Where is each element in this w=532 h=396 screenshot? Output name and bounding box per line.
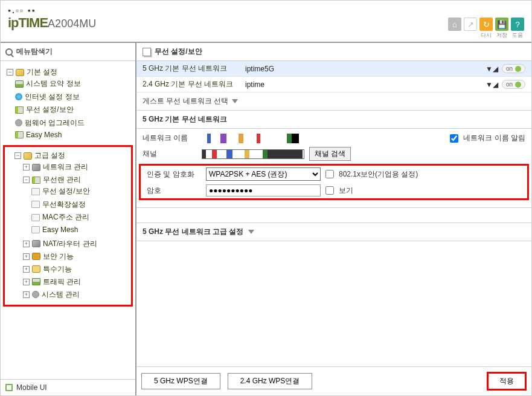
- tree-item-security[interactable]: +보안 기능: [23, 252, 74, 262]
- collapse-icon[interactable]: −: [14, 152, 21, 159]
- network-24g-label: 2.4 GHz 기본 무선 네트워크: [143, 79, 245, 89]
- tree-advanced-settings[interactable]: − 고급 설정: [14, 151, 65, 161]
- broadcast-checkbox[interactable]: [450, 134, 458, 143]
- highlight-box-auth: 인증 및 암호화 WPA2PSK + AES (권장) 802.1x보안(기업용…: [139, 164, 529, 200]
- sidebar-title-text: 메뉴탐색기: [16, 47, 53, 57]
- network-5g-ssid: iptime5G: [245, 65, 486, 73]
- wps-5g-button[interactable]: 5 GHz WPS연결: [141, 373, 220, 389]
- tree-item-label: 무선확장설정: [42, 200, 86, 210]
- tree-item-special[interactable]: +특수기능: [23, 264, 72, 274]
- star-icon: [32, 265, 40, 273]
- dot1x-checkbox[interactable]: [325, 170, 334, 178]
- channel-select[interactable]: [202, 149, 304, 159]
- mobile-icon: [5, 384, 13, 391]
- show-password-checkbox[interactable]: [325, 186, 334, 195]
- tree-item-wlan-security[interactable]: 무선 설정/보안: [31, 186, 90, 196]
- ssid-input[interactable]: [202, 134, 304, 143]
- tree-item-easymesh[interactable]: Easy Mesh: [15, 131, 62, 139]
- highlight-box-sidebar: − 고급 설정 +네트워크 관리 −무선랜 관리 무선 설정/보안 무선확장설정: [3, 145, 133, 307]
- advanced-section-toggle[interactable]: 5 GHz 무선 네트워크 고급 설정: [136, 222, 531, 241]
- gear-icon: [32, 291, 39, 298]
- brand-text: ipTIME: [8, 15, 48, 30]
- page-icon: [31, 226, 40, 233]
- tree-item-summary[interactable]: 시스템 요약 정보: [15, 79, 81, 89]
- home-icon[interactable]: ⌂: [448, 18, 461, 31]
- expand-icon[interactable]: +: [23, 253, 30, 260]
- expand-icon[interactable]: +: [23, 266, 30, 273]
- chevron-down-icon: [248, 230, 254, 234]
- channel-search-button[interactable]: 채널 검색: [309, 147, 351, 161]
- tree-item-nat[interactable]: +NAT/라우터 관리: [23, 239, 97, 249]
- help-icon[interactable]: ?: [511, 18, 524, 31]
- model-text: A2004MU: [48, 18, 96, 30]
- mobile-ui-link[interactable]: Mobile UI: [1, 379, 135, 395]
- sidebar-title: 메뉴탐색기: [1, 43, 135, 61]
- page-icon: [31, 214, 40, 221]
- footer-bar: 5 GHz WPS연결 2.4 GHz WPS연결 적용: [136, 366, 531, 395]
- header-toolbar: ⌂ ↗ ↻다시 💾저장 ?도움: [448, 18, 524, 39]
- tree-basic-settings[interactable]: − 기본 설정: [7, 67, 57, 77]
- guest-network-selector[interactable]: 게스트 무선 네트워크 선택: [136, 93, 531, 111]
- guest-label: 게스트 무선 네트워크 선택: [143, 96, 228, 106]
- mobile-ui-label: Mobile UI: [16, 383, 47, 392]
- tree-item-mac-mgmt[interactable]: MAC주소 관리: [31, 212, 89, 222]
- password-input[interactable]: [206, 184, 321, 196]
- tree-item-firmware[interactable]: 펌웨어 업그레이드: [15, 118, 85, 128]
- filter-icon[interactable]: ▼◢: [486, 80, 498, 89]
- wps-24g-button[interactable]: 2.4 GHz WPS연결: [228, 373, 313, 389]
- tree-item-network-mgmt[interactable]: +네트워크 관리: [23, 162, 88, 172]
- toggle-24g[interactable]: on: [502, 80, 525, 89]
- tree-item-label: 인터넷 설정 정보: [25, 92, 80, 102]
- wifi-icon: [15, 106, 24, 114]
- expand-icon[interactable]: +: [23, 164, 30, 170]
- network-row-5g[interactable]: 5 GHz 기본 무선 네트워크 iptime5G ▼◢ on: [136, 61, 531, 77]
- tree-item-label: 무선 설정/보안: [26, 105, 74, 115]
- toggle-5g[interactable]: on: [502, 64, 525, 73]
- expand-icon[interactable]: +: [23, 241, 30, 247]
- collapse-icon[interactable]: −: [23, 177, 30, 183]
- dot1x-label: 802.1x보안(기업용 설정): [339, 169, 418, 180]
- main-spacer: [136, 241, 531, 366]
- gear-icon: [15, 119, 22, 126]
- tree-item-easymesh-adv[interactable]: Easy Mesh: [31, 226, 78, 234]
- save-label: 저장: [496, 31, 507, 39]
- tree-item-label: MAC주소 관리: [42, 212, 89, 222]
- reload-icon[interactable]: ↻: [479, 18, 493, 31]
- header: ▪.▫▫ ▪▪ ipTIMEA2004MU ⌂ ↗ ↻다시 💾저장 ?도움: [1, 1, 531, 43]
- save-icon[interactable]: 💾: [495, 18, 508, 31]
- tree-item-wireless[interactable]: 무선 설정/보안: [15, 105, 74, 115]
- brand-logo: ipTIMEA2004MU: [8, 15, 524, 31]
- tree-item-label: 트래픽 관리: [43, 277, 81, 287]
- tree-item-traffic[interactable]: +트래픽 관리: [23, 277, 81, 287]
- page-title: 무선 설정/보안: [136, 43, 531, 61]
- network-5g-label: 5 GHz 기본 무선 네트워크: [143, 63, 245, 74]
- network-list: 5 GHz 기본 무선 네트워크 iptime5G ▼◢ on 2.4 GHz …: [136, 61, 531, 93]
- tree-item-internet[interactable]: 인터넷 설정 정보: [15, 92, 80, 102]
- network-24g-ssid: iptime: [245, 80, 486, 89]
- mesh-icon: [15, 131, 24, 138]
- expand-icon[interactable]: +: [23, 291, 30, 298]
- wifi-icon: [32, 177, 40, 184]
- password-label: 암호: [147, 186, 201, 196]
- tree-item-system[interactable]: +시스템 관리: [23, 290, 80, 300]
- chart-icon: [15, 80, 24, 88]
- broadcast-label: 네트워크 이름 알림: [463, 133, 525, 143]
- apply-button[interactable]: 적용: [487, 372, 527, 391]
- expand-icon[interactable]: +: [23, 279, 30, 285]
- collapse-icon[interactable]: −: [7, 69, 13, 76]
- export-icon[interactable]: ↗: [464, 18, 477, 31]
- search-icon: [5, 48, 13, 56]
- network-row-24g[interactable]: 2.4 GHz 기본 무선 네트워크 iptime ▼◢ on: [136, 77, 531, 93]
- tree-item-wlan-mgmt[interactable]: −무선랜 관리: [23, 175, 81, 185]
- page-title-text: 무선 설정/보안: [155, 47, 202, 57]
- page-icon: [143, 48, 151, 56]
- auth-select[interactable]: WPA2PSK + AES (권장): [206, 167, 321, 181]
- show-password-label: 보기: [339, 186, 353, 196]
- tree-item-label: 특수기능: [43, 264, 72, 274]
- status-dot-icon: [515, 82, 521, 88]
- filter-icon[interactable]: ▼◢: [486, 65, 498, 73]
- app-window: ▪.▫▫ ▪▪ ipTIMEA2004MU ⌂ ↗ ↻다시 💾저장 ?도움 메뉴…: [0, 0, 532, 396]
- wireless-form: 네트워크 이름 네트워크 이름 알림 채널 채널 검색 인증 및 암호화 WP: [136, 129, 531, 208]
- tree-label-text: 기본 설정: [27, 67, 57, 77]
- tree-item-wlan-extend[interactable]: 무선확장설정: [31, 200, 86, 210]
